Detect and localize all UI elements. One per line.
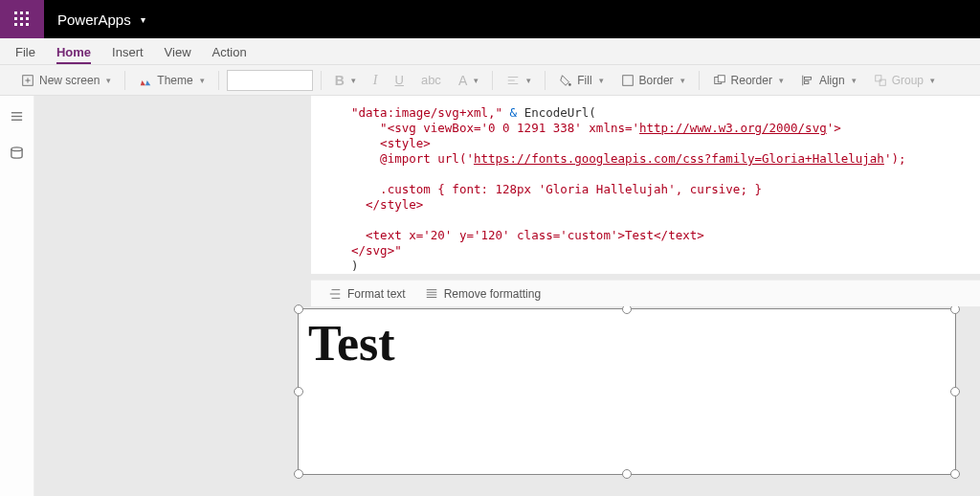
border-button[interactable]: Border▾ xyxy=(615,71,691,90)
group-button[interactable]: Group▾ xyxy=(868,71,941,90)
chevron-down-icon: ▾ xyxy=(852,76,857,85)
separator xyxy=(699,71,700,90)
svg-rect-2 xyxy=(26,11,29,14)
new-screen-label: New screen xyxy=(39,74,100,87)
chevron-down-icon: ▾ xyxy=(106,76,111,85)
svg-rect-18 xyxy=(718,75,724,81)
reorder-button[interactable]: Reorder▾ xyxy=(707,71,790,90)
svg-rect-7 xyxy=(20,23,23,26)
font-color-button[interactable]: A▾ xyxy=(453,70,484,91)
svg-rect-4 xyxy=(20,17,23,20)
fill-button[interactable]: Fill▾ xyxy=(553,71,609,90)
title-bar: PowerApps ▾ xyxy=(0,0,980,38)
resize-handle[interactable] xyxy=(294,387,303,396)
image-control[interactable]: Test xyxy=(298,308,956,475)
formula-toolbar: Format text Remove formatting xyxy=(311,280,980,306)
tree-view-icon[interactable] xyxy=(10,109,24,126)
menu-bar: File Home Insert View Action xyxy=(0,38,980,65)
separator xyxy=(218,71,219,90)
svg-rect-5 xyxy=(26,17,29,20)
menu-view[interactable]: View xyxy=(165,45,191,64)
resize-handle[interactable] xyxy=(622,469,632,479)
chevron-down-icon: ▾ xyxy=(526,76,531,85)
svg-rect-0 xyxy=(14,11,17,14)
svg-point-15 xyxy=(568,83,571,86)
resize-handle[interactable] xyxy=(294,469,303,479)
new-screen-button[interactable]: New screen▾ xyxy=(15,71,117,90)
format-text-label: Format text xyxy=(347,287,406,301)
data-icon[interactable] xyxy=(10,146,24,163)
italic-button[interactable]: I xyxy=(368,70,384,91)
svg-rect-1 xyxy=(20,11,23,14)
svg-rect-3 xyxy=(14,17,17,20)
resize-handle[interactable] xyxy=(294,304,303,314)
bold-button[interactable]: B▾ xyxy=(329,70,362,91)
resize-handle[interactable] xyxy=(950,469,960,479)
format-text-button[interactable]: Format text xyxy=(328,287,406,301)
group-label: Group xyxy=(892,74,924,87)
align-label: Align xyxy=(819,74,845,87)
formula-editor[interactable]: "data:image/svg+xml," & EncodeUrl( "<svg… xyxy=(311,96,980,274)
svg-rect-8 xyxy=(26,23,29,26)
separator xyxy=(492,71,493,90)
remove-formatting-button[interactable]: Remove formatting xyxy=(425,287,541,301)
remove-formatting-label: Remove formatting xyxy=(444,287,541,301)
separator xyxy=(321,71,322,90)
chevron-down-icon: ▾ xyxy=(474,76,479,85)
chevron-down-icon[interactable]: ▾ xyxy=(141,14,145,25)
separator xyxy=(545,71,546,90)
svg-rect-6 xyxy=(14,23,17,26)
svg-rect-22 xyxy=(875,75,880,80)
waffle-icon[interactable] xyxy=(0,0,44,38)
separator xyxy=(124,71,125,90)
fill-label: Fill xyxy=(577,74,591,87)
menu-insert[interactable]: Insert xyxy=(112,45,144,64)
reorder-label: Reorder xyxy=(731,74,772,87)
ribbon: New screen▾ Theme▾ B▾ I U abc A▾ ▾ Fill▾… xyxy=(0,65,980,96)
chevron-down-icon: ▾ xyxy=(351,76,356,85)
chevron-down-icon: ▾ xyxy=(599,76,604,85)
svg-rect-20 xyxy=(804,77,811,79)
theme-label: Theme xyxy=(157,74,192,87)
svg-rect-21 xyxy=(804,80,808,83)
chevron-down-icon: ▾ xyxy=(930,76,935,85)
theme-button[interactable]: Theme▾ xyxy=(133,71,210,90)
align-button[interactable]: Align▾ xyxy=(795,71,862,90)
strike-button[interactable]: abc xyxy=(415,70,447,90)
underline-button[interactable]: U xyxy=(390,70,410,90)
menu-action[interactable]: Action xyxy=(212,45,247,64)
border-label: Border xyxy=(639,74,674,87)
text-align-button[interactable]: ▾ xyxy=(501,71,537,90)
chevron-down-icon: ▾ xyxy=(680,76,685,85)
svg-rect-23 xyxy=(880,79,885,85)
font-selector[interactable] xyxy=(227,70,313,91)
chevron-down-icon: ▾ xyxy=(779,76,784,85)
rendered-text: Test xyxy=(299,309,955,377)
menu-home[interactable]: Home xyxy=(56,45,91,64)
resize-handle[interactable] xyxy=(950,387,960,396)
svg-rect-16 xyxy=(622,75,633,85)
app-title: PowerApps xyxy=(44,11,141,28)
svg-point-27 xyxy=(11,147,22,151)
menu-file[interactable]: File xyxy=(15,45,35,64)
chevron-down-icon: ▾ xyxy=(200,76,205,85)
left-rail xyxy=(0,96,34,496)
